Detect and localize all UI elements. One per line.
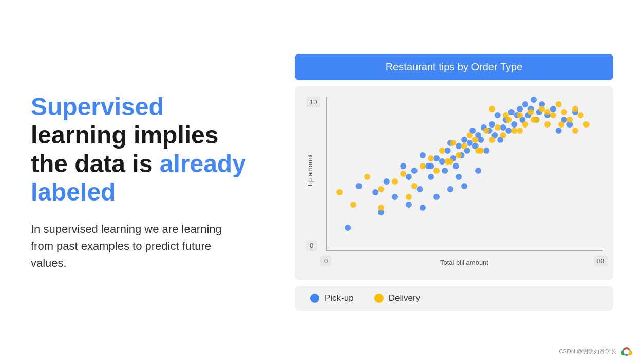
svg-point-58 [433,194,440,200]
svg-point-108 [572,128,578,134]
svg-point-33 [495,112,501,118]
svg-point-27 [478,137,484,143]
legend-delivery: Delivery [374,293,420,303]
svg-point-12 [433,155,440,161]
svg-point-110 [447,158,453,165]
svg-point-112 [378,205,384,211]
headline: Supervised learning implies the data is … [31,93,247,206]
legend-delivery-label: Delivery [389,293,420,303]
svg-point-101 [583,121,590,128]
left-panel: Supervised learning implies the data is … [31,93,247,271]
svg-point-117 [624,349,629,354]
legend-pickup: Pick-up [310,293,354,303]
svg-point-11 [428,174,434,180]
x-axis-label: Total bill amount [440,259,488,266]
svg-point-41 [517,106,523,112]
svg-point-104 [517,128,523,134]
svg-point-93 [539,106,545,112]
y-axis-label: Tip amount [306,154,314,188]
svg-point-18 [453,163,459,169]
svg-point-98 [566,117,573,123]
x-tick-min: 0 [320,256,331,266]
legend-pickup-label: Pick-up [325,293,354,303]
svg-point-109 [475,148,481,154]
svg-point-77 [450,140,456,146]
google-logo [619,345,634,357]
svg-point-59 [461,183,467,189]
svg-point-70 [400,171,406,177]
svg-point-100 [578,112,584,118]
svg-point-51 [550,106,556,112]
legend-dot-blue [310,294,319,303]
svg-point-74 [433,168,440,174]
svg-point-85 [495,124,501,131]
svg-point-38 [508,109,515,115]
svg-point-72 [420,163,426,169]
svg-point-73 [428,155,434,161]
svg-point-80 [467,132,473,138]
svg-point-96 [556,101,562,107]
subtext: In supervised learning we are learning f… [31,221,247,271]
y-tick-max: 10 [306,97,320,107]
svg-point-7 [411,168,418,174]
svg-point-94 [544,121,551,128]
svg-point-69 [392,178,398,185]
svg-point-37 [505,128,512,134]
svg-point-8 [417,186,423,192]
svg-point-0 [345,225,351,231]
legend-dot-orange [374,294,384,303]
legend-bar: Pick-up Delivery [295,286,613,311]
svg-point-46 [531,97,537,103]
svg-point-64 [456,174,462,180]
svg-point-31 [489,121,495,128]
svg-point-111 [406,194,412,200]
svg-point-95 [550,112,556,118]
x-tick-max: 80 [594,256,608,266]
svg-point-105 [531,117,537,123]
svg-point-29 [483,148,489,154]
svg-point-107 [558,121,564,128]
svg-point-63 [428,163,434,169]
svg-point-102 [489,106,495,112]
svg-point-75 [439,148,445,154]
headline-highlight: Supervised [31,93,164,120]
svg-point-19 [456,143,462,149]
svg-point-35 [500,124,506,131]
chart-area: Tip amount 10 0 0 80 Total bill amount [305,97,603,271]
svg-point-2 [372,189,378,195]
right-panel: Restaurant tips by Order Type Tip amount… [295,54,613,311]
svg-point-62 [475,168,481,174]
svg-point-89 [517,112,523,118]
svg-point-78 [456,152,462,158]
svg-point-83 [483,128,489,134]
svg-point-99 [572,106,578,112]
svg-point-61 [447,186,453,192]
svg-point-71 [411,183,418,189]
svg-point-43 [522,101,528,107]
scatter-plot [326,97,603,251]
y-tick-min: 0 [306,240,317,251]
watermark: CSDN @明明如月学长 [559,345,634,357]
svg-point-9 [420,152,426,158]
svg-point-106 [544,109,551,115]
svg-point-97 [561,109,567,115]
svg-point-68 [378,186,384,192]
svg-point-15 [445,148,451,154]
svg-point-103 [503,112,509,118]
svg-point-1 [356,183,362,189]
svg-point-66 [350,202,356,208]
svg-point-90 [522,121,528,128]
svg-point-67 [364,174,370,180]
svg-point-3 [384,178,390,185]
svg-point-60 [420,205,426,211]
svg-point-5 [400,163,406,169]
chart-container: Tip amount 10 0 0 80 Total bill amount [295,86,613,280]
svg-point-81 [472,137,479,143]
svg-point-91 [528,109,534,115]
svg-point-6 [406,174,412,180]
svg-point-39 [511,121,517,128]
svg-point-4 [392,194,398,200]
watermark-text: CSDN @明明如月学长 [559,348,616,355]
chart-title: Restaurant tips by Order Type [295,54,613,80]
svg-point-65 [336,189,343,195]
